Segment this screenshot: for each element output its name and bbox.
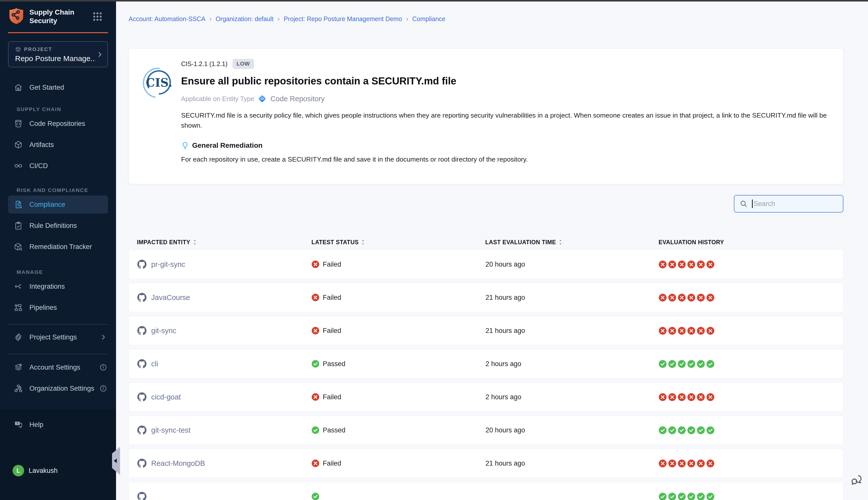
sidebar-item-artifacts[interactable]: Artifacts (0, 134, 116, 155)
table-body: pr-git-sync Failed 20 hours ago JavaCour… (129, 250, 843, 500)
sidebar-item-code-repositories[interactable]: Code Repositories (0, 113, 116, 134)
status-label: Failed (323, 393, 341, 401)
table-row[interactable] (129, 482, 843, 500)
info-icon[interactable] (100, 385, 107, 392)
failed-history-icon (668, 261, 676, 268)
project-name: Repo Posture Manage... (15, 54, 95, 63)
help-button[interactable]: ? Help (0, 414, 116, 435)
sidebar-divider (8, 324, 108, 325)
latest-status-cell: Failed (312, 327, 486, 335)
passed-history-icon (678, 360, 686, 368)
table-row[interactable]: cicd-goat Failed 2 hours ago (129, 383, 843, 411)
code-repository-entity-icon: </> (258, 94, 267, 103)
remediation-text: For each repository in use, create a SEC… (181, 156, 828, 163)
latest-status-cell: Passed (312, 427, 486, 434)
table-header: IMPACTED ENTITY LATEST STATUS LAST EVALU… (129, 235, 843, 250)
layers-gear-icon (14, 363, 23, 372)
impacted-entity-cell: cli (137, 359, 312, 368)
sidebar-item-integrations[interactable]: Integrations (0, 276, 116, 297)
passed-history-icon (706, 493, 714, 500)
sidebar-item-cicd[interactable]: CI/CD (0, 155, 116, 177)
failed-history-icon (687, 459, 695, 467)
table-row[interactable]: JavaCourse Failed 21 hours ago (129, 283, 843, 312)
failed-history-icon (678, 327, 686, 335)
breadcrumb-account[interactable]: Account: Automation-SSCA (129, 15, 206, 23)
status-icon (312, 493, 319, 500)
failed-history-icon (659, 261, 667, 268)
sidebar-item-get-started[interactable]: Get Started (0, 77, 116, 98)
entity-name[interactable]: React-MongoDB (151, 459, 205, 468)
entity-name[interactable]: git-sync-test (151, 426, 190, 434)
passed-history-icon (668, 360, 676, 368)
sidebar-footer: ? Help L Lavakush (0, 410, 116, 500)
project-selector[interactable]: PROJECT Repo Posture Manage... (8, 41, 108, 67)
text-caret (752, 200, 753, 208)
search-input[interactable]: Search (734, 195, 843, 213)
window-top-strip (0, 0, 868, 1)
latest-status-cell: Passed (312, 360, 486, 368)
breadcrumb-separator: › (278, 15, 280, 23)
column-header-impacted-entity: IMPACTED ENTITY (137, 239, 311, 246)
rule-id: CIS-1.2.1 (1.2.1) (181, 60, 228, 68)
cis-logo: CIS. (142, 67, 174, 99)
entity-name[interactable]: JavaCourse (151, 294, 190, 302)
sidebar-item-label: Project Settings (30, 333, 77, 341)
sort-icon[interactable] (361, 239, 365, 245)
table-row[interactable]: git-sync Failed 21 hours ago (129, 316, 843, 345)
passed-history-icon (706, 427, 714, 434)
passed-history-icon (668, 427, 676, 434)
rule-title: Ensure all public repositories contain a… (181, 75, 828, 87)
entity-name[interactable]: cli (151, 360, 158, 368)
status-label: Failed (323, 459, 341, 467)
sidebar-item-remediation-tracker[interactable]: Remediation Tracker (0, 236, 116, 257)
entity-name[interactable]: cicd-goat (151, 393, 181, 401)
failed-history-icon (706, 261, 714, 268)
latest-status-cell: Failed (312, 294, 486, 302)
passed-history-icon (659, 493, 667, 500)
breadcrumb-project[interactable]: Project: Repo Posture Management Demo (284, 15, 402, 23)
user-menu[interactable]: L Lavakush (0, 465, 116, 476)
table-row[interactable]: React-MongoDB Failed 21 hours ago (129, 449, 843, 478)
passed-history-icon (687, 427, 695, 434)
latest-status-cell: Failed (312, 393, 486, 401)
failed-history-icon (659, 294, 667, 302)
sidebar-item-pipelines[interactable]: Pipelines (0, 297, 116, 318)
sidebar-item-rule-definitions[interactable]: Rule Definitions (0, 215, 116, 236)
evaluation-time: 20 hours ago (486, 261, 659, 268)
avatar: L (13, 465, 24, 476)
sidebar-item-label: Code Repositories (30, 120, 85, 128)
search-icon (739, 200, 748, 208)
sort-icon[interactable] (558, 239, 562, 245)
sidebar-item-account-settings[interactable]: Account Settings (0, 357, 116, 378)
user-name: Lavakush (28, 467, 58, 475)
table-row[interactable]: git-sync-test Passed 20 hours ago (129, 416, 843, 445)
table-row[interactable]: cli Passed 2 hours ago (129, 349, 843, 378)
sidebar-item-label: Rule Definitions (30, 222, 77, 230)
breadcrumb-separator: › (209, 15, 212, 23)
passed-history-icon (668, 493, 676, 500)
github-icon (137, 458, 147, 468)
sort-icon[interactable] (193, 239, 197, 245)
info-icon[interactable] (100, 364, 107, 371)
sidebar-item-project-settings[interactable]: Project Settings (0, 327, 116, 348)
breadcrumb: Account: Automation-SSCA › Organization:… (129, 15, 843, 23)
passed-history-icon (697, 427, 705, 434)
brand-accent-bar (8, 32, 108, 33)
impacted-entity-cell (137, 492, 312, 500)
entity-name[interactable]: pr-git-sync (151, 260, 185, 269)
evaluation-history (659, 294, 843, 302)
sidebar-item-compliance[interactable]: Compliance (8, 195, 108, 214)
app-grid-icon[interactable] (92, 11, 103, 22)
status-label: Failed (323, 294, 341, 302)
table-row[interactable]: pr-git-sync Failed 20 hours ago (129, 250, 843, 279)
entity-name[interactable]: git-sync (151, 327, 176, 335)
svg-text:</>: </> (261, 97, 264, 100)
breadcrumb-compliance[interactable]: Compliance (413, 15, 445, 23)
breadcrumb-organization[interactable]: Organization: default (216, 15, 274, 23)
failed-history-icon (697, 327, 705, 335)
sidebar-item-label: Remediation Tracker (30, 243, 92, 251)
sidebar-item-organization-settings[interactable]: Organization Settings (0, 378, 116, 399)
support-chat-icon[interactable] (850, 473, 864, 487)
failed-history-icon (697, 459, 705, 467)
failed-history-icon (697, 393, 705, 401)
